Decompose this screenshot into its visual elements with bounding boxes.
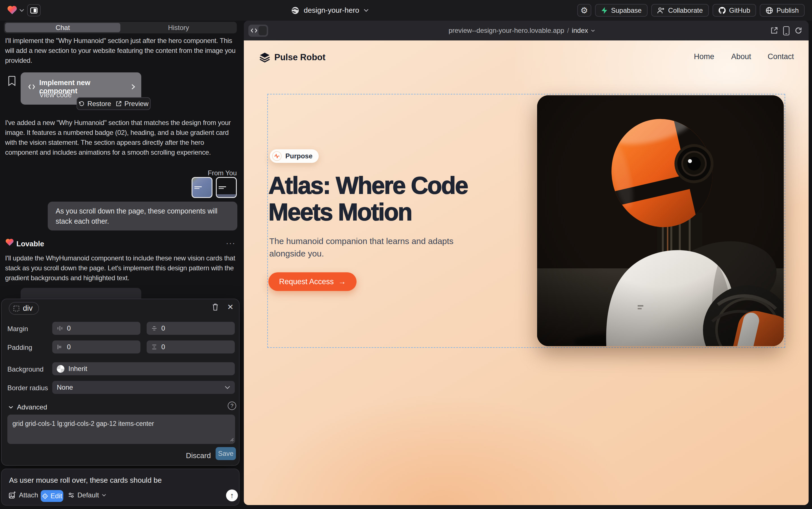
url-host: preview--design-your-hero.lovable.app [449,27,564,34]
toggle-sidebar-button[interactable] [27,4,41,16]
margin-y-input[interactable]: 0 [147,322,235,335]
project-chevron-icon [364,9,369,12]
nav-link-home[interactable]: Home [694,52,714,61]
preview-toolbar: preview--design-your-hero.lovable.app / … [244,21,809,40]
user-message-bubble: As you scroll down the page, these compo… [48,202,237,231]
github-button[interactable]: GitHub [712,4,756,17]
background-input[interactable]: Inherit [52,362,235,375]
chat-composer: As user mouse roll over, these cards sho… [1,469,239,506]
border-radius-label: Border radius [7,384,48,392]
bookmark-icon[interactable] [8,76,15,86]
padding-label: Padding [7,344,32,351]
attachment-thumbnail-blue[interactable] [191,177,213,198]
lovable-logo-icon[interactable] [7,5,17,15]
preview-panel: preview--design-your-hero.lovable.app / … [244,21,809,505]
resize-handle-icon[interactable] [229,437,234,442]
attach-button[interactable]: Attach [8,491,38,499]
padding-y-input[interactable]: 0 [147,340,235,353]
chat-history-tabs: Chat History [4,22,237,33]
collaborate-button[interactable]: Collaborate [651,4,709,17]
nav-link-contact[interactable]: Contact [768,52,794,61]
assistant-message-2: I've added a new "Why Humanoid" section … [5,117,238,157]
code-icon [251,27,257,34]
lovable-editor-window: design-your-hero ⚙ Supabase Collaborate … [0,0,812,509]
composer-input[interactable]: As user mouse roll over, these cards sho… [9,476,162,485]
margin-x-input[interactable]: 0 [52,322,140,335]
margin-vertical-icon [151,325,157,331]
tailwind-classes-textarea[interactable]: grid grid-cols-1 lg:grid-cols-2 gap-12 i… [7,414,235,444]
publish-button[interactable]: Publish [760,4,805,17]
gear-icon: ⚙ [580,6,588,15]
advanced-section-toggle[interactable]: Advanced [8,403,47,411]
refresh-button[interactable] [795,27,802,34]
open-in-new-tab-button[interactable] [770,27,778,34]
background-label: Background [7,365,43,373]
top-bar-actions: ⚙ Supabase Collaborate GitHub Publish [577,4,805,17]
arrow-right-icon: → [338,277,346,286]
nav-link-about[interactable]: About [731,52,751,61]
element-inspector-panel: div ✕ Margin 0 0 Padding 0 0 Background … [1,299,239,466]
hero-robot-image[interactable] [537,95,784,346]
color-swatch-icon [57,365,65,373]
code-view-toggle[interactable] [248,25,268,37]
chevron-down-icon [8,406,13,409]
edit-mode-button[interactable]: Edit [41,490,63,502]
send-button[interactable]: ↑ [226,489,238,501]
model-selector[interactable]: Default [68,491,106,499]
view-code-link[interactable]: View code [39,91,72,99]
logo-menu-chevron-icon[interactable] [19,9,24,12]
tab-history[interactable]: History [120,22,237,33]
sliders-icon [68,492,75,499]
site-logo[interactable]: Pulse Robot [259,52,326,63]
chevron-down-icon [225,386,230,389]
pulse-icon [272,151,282,161]
delete-element-button[interactable] [212,303,219,311]
message-menu-button[interactable]: ... [226,236,236,246]
supabase-button[interactable]: Supabase [595,4,648,17]
close-inspector-button[interactable]: ✕ [227,303,234,312]
border-radius-select[interactable]: None [52,381,235,394]
chevron-right-icon [132,84,135,90]
supabase-icon [601,7,608,14]
padding-vertical-icon [151,344,157,350]
preview-url[interactable]: preview--design-your-hero.lovable.app / … [449,21,595,40]
purpose-badge[interactable]: Purpose [270,149,319,163]
lovable-heart-icon [5,238,14,246]
from-you-label: From You [5,169,237,177]
selected-element-chip[interactable]: div [9,302,39,315]
project-switcher[interactable]: design-your-hero [291,0,369,21]
image-attach-icon [8,491,16,499]
top-bar: design-your-hero ⚙ Supabase Collaborate … [0,0,812,21]
project-name: design-your-hero [304,6,359,15]
hero-heading: Atlas: Where Code Meets Motion [268,172,468,225]
restore-icon [79,101,85,107]
message-hover-actions: Restore Preview [77,97,151,110]
help-icon[interactable]: ? [228,402,236,410]
margin-label: Margin [7,325,28,333]
padding-x-input[interactable]: 0 [52,340,140,353]
discard-button[interactable]: Discard [186,451,211,460]
tab-chat[interactable]: Chat [5,23,120,32]
attachment-thumbnail-orange[interactable] [216,177,237,198]
hero-subtitle: The humanoid companion that learns and a… [269,235,464,260]
layers-icon [259,52,270,63]
assistant-name: Lovable [16,239,44,248]
request-access-button[interactable]: Request Access → [268,272,357,291]
preview-button[interactable]: Preview [116,100,148,108]
mobile-view-button[interactable] [783,26,790,36]
assistant-message-1: I'll implement the "Why Humanoid" sectio… [5,36,238,65]
settings-button[interactable]: ⚙ [577,4,591,17]
external-link-icon [116,101,122,107]
crosshair-icon [42,493,48,499]
code-icon [28,84,35,90]
collaborate-icon [657,7,665,14]
restore-button[interactable]: Restore [79,100,111,108]
chevron-down-icon [102,494,106,497]
globe-icon [291,6,299,15]
dashed-box-icon [13,305,20,312]
save-button[interactable]: Save [216,447,236,460]
github-icon [718,7,726,14]
site-canvas: Pulse Robot Home About Contact Purpose A… [244,40,809,505]
robot-illustration [537,95,784,346]
margin-horizontal-icon [57,325,63,331]
